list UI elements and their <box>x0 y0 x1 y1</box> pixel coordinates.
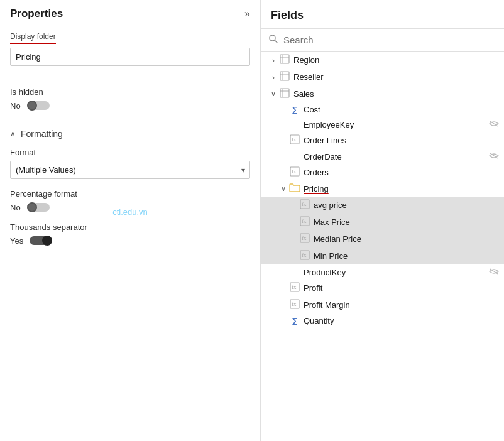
thousands-separator-toggle[interactable] <box>30 236 52 246</box>
svg-rect-2 <box>280 55 289 63</box>
median-price-label: Median Price <box>314 234 499 244</box>
orderlines-label: Order Lines <box>304 136 499 145</box>
percentage-format-label: Percentage format <box>10 189 250 199</box>
percentage-format-toggle[interactable] <box>27 202 50 212</box>
tree-item-orders[interactable]: fx Orders <box>261 164 504 181</box>
is-hidden-label: Is hidden <box>10 87 250 97</box>
tree-item-cost[interactable]: ∑ Cost <box>261 102 504 117</box>
collapse-icon[interactable]: » <box>244 8 250 19</box>
orderdate-label: OrderDate <box>304 152 485 161</box>
reseller-label: Reseller <box>293 72 499 82</box>
is-hidden-toggle-label: No <box>10 101 21 111</box>
tree-item-profit[interactable]: fx Profit <box>261 280 504 297</box>
format-label: Format <box>10 148 250 157</box>
orders-label: Orders <box>304 168 499 177</box>
svg-text:fx: fx <box>292 301 297 307</box>
svg-text:fx: fx <box>302 201 307 207</box>
tree-item-max-price[interactable]: fx Max Price <box>261 214 504 231</box>
search-bar <box>261 29 504 52</box>
avg-price-calc-icon: fx <box>299 199 311 211</box>
svg-text:fx: fx <box>292 136 297 143</box>
tree-item-orderdate[interactable]: OrderDate <box>261 149 504 164</box>
profit-margin-label: Profit Margin <box>304 300 499 310</box>
pricing-folder-icon <box>288 183 301 194</box>
format-select-wrapper: (Multiple Values) General Currency Perce… <box>10 161 250 179</box>
is-hidden-section: Is hidden No <box>10 87 250 111</box>
pct-thumb <box>27 202 37 212</box>
tree-item-region[interactable]: › Region <box>261 52 504 68</box>
svg-text:fx: fx <box>292 168 297 175</box>
pricing-folder-chevron: ∨ <box>278 185 288 193</box>
thousands-separator-toggle-row: Yes <box>10 236 250 246</box>
tree-item-orderlines[interactable]: fx Order Lines <box>261 132 504 149</box>
tree-item-median-price[interactable]: fx Median Price <box>261 231 504 248</box>
is-hidden-toggle[interactable] <box>27 101 50 111</box>
is-hidden-thumb <box>27 101 37 111</box>
svg-rect-5 <box>280 72 289 80</box>
max-price-calc-icon: fx <box>299 216 311 228</box>
thousands-separator-section: Thousands separator Yes <box>10 222 250 246</box>
tree-item-sales[interactable]: ∨ Sales <box>261 85 504 102</box>
svg-text:fx: fx <box>302 235 307 241</box>
fields-panel: Fields › Region › Reseller <box>261 0 504 441</box>
productkey-label: ProductKey <box>304 268 485 277</box>
percentage-format-toggle-label: No <box>10 203 21 212</box>
svg-text:fx: fx <box>302 218 307 224</box>
reseller-chevron: › <box>268 74 278 81</box>
tree-item-pricing-folder[interactable]: ∨ Pricing <box>261 181 504 197</box>
svg-text:fx: fx <box>292 284 297 290</box>
tree-item-profit-margin[interactable]: fx Profit Margin <box>261 297 504 313</box>
fields-list: › Region › Reseller ∨ Sales ∑ Cost <box>261 52 504 441</box>
tree-item-quantity[interactable]: ∑ Quantity <box>261 313 504 328</box>
svg-line-1 <box>275 40 277 43</box>
percentage-format-toggle-row: No <box>10 202 250 212</box>
orderlines-calc-icon: fx <box>288 134 301 146</box>
employeekey-hidden-icon <box>489 119 499 129</box>
max-price-label: Max Price <box>314 217 499 227</box>
display-folder-input[interactable] <box>10 48 250 66</box>
panel-header: Properties » <box>10 8 250 20</box>
svg-text:fx: fx <box>302 252 307 258</box>
thousands-separator-label: Thousands separator <box>10 222 250 232</box>
employeekey-label: EmployeeKey <box>304 120 485 129</box>
tree-item-reseller[interactable]: › Reseller <box>261 68 504 85</box>
sales-label: Sales <box>293 89 499 99</box>
percentage-format-section: Percentage format No <box>10 189 250 212</box>
median-price-calc-icon: fx <box>299 233 311 245</box>
cost-label: Cost <box>304 105 499 114</box>
tree-item-min-price[interactable]: fx Min Price <box>261 248 504 264</box>
region-label: Region <box>293 55 499 65</box>
format-section: Format (Multiple Values) General Currenc… <box>10 148 250 179</box>
region-table-icon <box>278 54 291 66</box>
profit-label: Profit <box>304 283 499 293</box>
sales-table-icon <box>278 88 291 100</box>
properties-panel: Properties » Display folder Is hidden No… <box>0 0 261 441</box>
avg-price-label: avg price <box>314 200 499 210</box>
is-hidden-toggle-row: No <box>10 101 250 111</box>
cost-sigma-icon: ∑ <box>288 105 301 114</box>
format-select[interactable]: (Multiple Values) General Currency Perce… <box>10 161 250 179</box>
tree-item-productkey[interactable]: ProductKey <box>261 264 504 280</box>
region-chevron: › <box>268 57 278 64</box>
fields-title: Fields <box>261 0 504 29</box>
orders-calc-icon: fx <box>288 166 301 178</box>
svg-rect-8 <box>280 89 289 97</box>
formatting-chevron: ∧ <box>10 129 16 138</box>
display-folder-label: Display folder <box>10 32 56 44</box>
divider-1 <box>10 121 250 121</box>
thousands-separator-toggle-label: Yes <box>10 236 23 246</box>
tree-item-employeekey[interactable]: EmployeeKey <box>261 117 504 132</box>
productkey-hidden-icon <box>489 267 499 277</box>
display-folder-section: Display folder <box>10 31 250 77</box>
formatting-heading: Formatting <box>21 129 63 139</box>
tree-item-avg-price[interactable]: fx avg price <box>261 197 504 214</box>
sales-chevron: ∨ <box>268 90 278 98</box>
panel-title: Properties <box>10 8 63 20</box>
thou-thumb <box>42 236 52 246</box>
search-input[interactable] <box>283 35 496 45</box>
formatting-heading-row[interactable]: ∧ Formatting <box>10 129 250 139</box>
pricing-folder-label: Pricing <box>304 184 499 193</box>
profit-margin-calc-icon: fx <box>288 299 301 311</box>
profit-calc-icon: fx <box>288 282 301 294</box>
quantity-label: Quantity <box>304 316 499 325</box>
